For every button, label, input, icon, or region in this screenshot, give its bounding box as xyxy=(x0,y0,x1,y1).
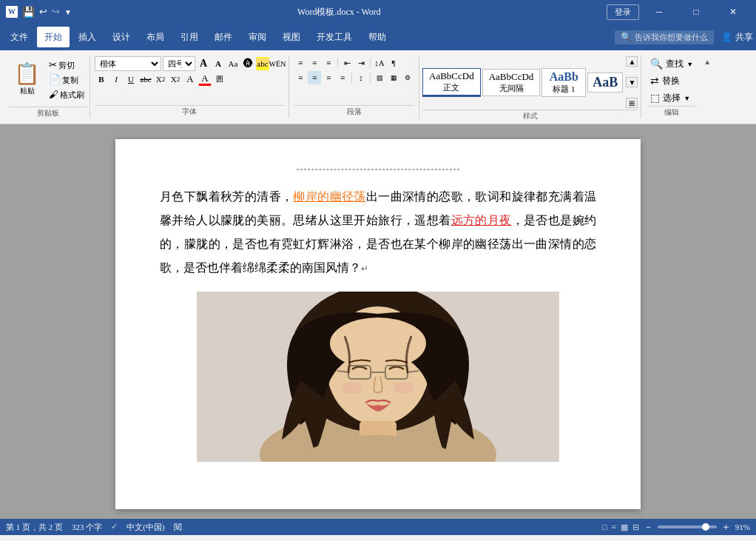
zoom-slider[interactable] xyxy=(658,525,717,528)
style-heading1-preview: AaBb xyxy=(548,70,579,84)
styles-scroll-up[interactable]: ▲ xyxy=(626,56,638,67)
justify-button[interactable]: ≡ xyxy=(336,71,349,84)
font-case-button[interactable]: Aa xyxy=(226,57,240,70)
menu-references[interactable]: 引用 xyxy=(173,27,206,47)
style-normal-button[interactable]: AaBbCcDd 正文 xyxy=(422,68,481,97)
font-shrink-button[interactable]: A xyxy=(212,57,225,70)
menu-insert[interactable]: 插入 xyxy=(71,27,104,47)
increase-indent-button[interactable]: ⇥ xyxy=(354,56,368,70)
redo-icon[interactable]: ↪ xyxy=(52,6,60,18)
find-button[interactable]: 🔍 查找 ▼ xyxy=(647,56,696,72)
language-info: 中文(中国) xyxy=(126,522,164,533)
menu-file[interactable]: 文件 xyxy=(3,27,36,47)
line-spacing-button[interactable]: ↕ xyxy=(354,71,368,84)
svg-point-4 xyxy=(330,317,426,369)
italic-button[interactable]: I xyxy=(109,73,123,86)
close-button[interactable]: ✕ xyxy=(716,0,750,24)
text-highlight1: 柳岸的幽径荡 xyxy=(293,190,365,203)
sort-button[interactable]: ↕A xyxy=(373,56,386,70)
document-text[interactable]: 月色下飘着秋芳的清香，柳岸的幽径荡出一曲深情的恋歌，歌词和旋律都充满着温馨并给人… xyxy=(160,185,596,280)
styles-scroll-down[interactable]: ▼ xyxy=(626,77,638,87)
svg-point-8 xyxy=(342,382,362,394)
undo-icon[interactable]: ↩ xyxy=(39,6,47,18)
replace-button[interactable]: ⇄ 替换 xyxy=(647,73,696,89)
ribbon-collapse-area: ▲ xyxy=(702,55,712,118)
menu-view[interactable]: 视图 xyxy=(275,27,308,47)
highlight-button[interactable]: abc xyxy=(256,57,269,70)
superscript-button[interactable]: X2 xyxy=(169,73,182,86)
restore-button[interactable]: □ xyxy=(679,0,713,24)
document-image xyxy=(197,292,559,462)
align-center-button[interactable]: ≡ xyxy=(308,71,321,84)
text-highlight-button[interactable]: A xyxy=(183,73,197,86)
copy-button[interactable]: 📄 复制 xyxy=(47,73,87,87)
bullets-button[interactable]: ≡ xyxy=(294,56,307,70)
menu-developer[interactable]: 开发工具 xyxy=(309,27,360,47)
editing-group-label: 编辑 xyxy=(647,106,696,118)
paste-label: 粘贴 xyxy=(20,86,35,96)
document-page[interactable]: 月色下飘着秋芳的清香，柳岸的幽径荡出一曲深情的恋歌，歌词和旋律都充满着温馨并给人… xyxy=(115,139,641,509)
font-color-button[interactable]: A xyxy=(198,73,212,86)
strikethrough-button[interactable]: abc xyxy=(139,73,152,86)
menu-layout[interactable]: 布局 xyxy=(139,27,172,47)
replace-label: 替换 xyxy=(662,75,680,87)
share-button[interactable]: 👤 共享 xyxy=(721,31,753,44)
show-marks-button[interactable]: ¶ xyxy=(387,56,400,70)
select-button[interactable]: ⬚ 选择 ▼ xyxy=(647,90,696,106)
styles-expand[interactable]: ⊞ xyxy=(626,98,638,108)
cursor-symbol: ↵ xyxy=(361,263,368,274)
font-grow-button[interactable]: A xyxy=(197,57,210,70)
zoom-out-icon[interactable]: － xyxy=(644,520,653,534)
cut-icon: ✂ xyxy=(49,59,57,71)
border-button[interactable]: ▦ xyxy=(387,71,400,84)
bold-button[interactable]: B xyxy=(95,73,108,86)
quick-access-dropdown[interactable]: ▼ xyxy=(64,8,72,16)
para-settings-button[interactable]: ⚙ xyxy=(401,71,414,84)
view-read-btn[interactable]: ▦ xyxy=(621,522,628,532)
zoom-in-icon[interactable]: ＋ xyxy=(721,520,731,534)
font-effects-button[interactable]: 囲 xyxy=(213,73,226,86)
menu-review[interactable]: 审阅 xyxy=(241,27,274,47)
font-name-select[interactable]: 楷体 xyxy=(95,56,161,71)
menu-help[interactable]: 帮助 xyxy=(361,27,394,47)
wubi-button[interactable]: WÉN xyxy=(271,57,284,70)
numbering-button[interactable]: ≡ xyxy=(308,56,321,70)
menu-mailings[interactable]: 邮件 xyxy=(207,27,240,47)
para-divider4 xyxy=(370,73,371,83)
page-info: 第 1 页，共 2 页 xyxy=(6,522,63,533)
view-outline-btn[interactable]: ⊟ xyxy=(632,522,639,532)
zoom-slider-thumb[interactable] xyxy=(702,523,709,531)
cut-button[interactable]: ✂ 剪切 xyxy=(47,58,87,72)
decrease-indent-button[interactable]: ⇤ xyxy=(340,56,354,70)
shading-button[interactable]: ▨ xyxy=(373,71,386,84)
ribbon-collapse-button[interactable]: ▲ xyxy=(703,58,711,66)
status-icon: ✓ xyxy=(111,522,118,533)
align-right-button[interactable]: ≡ xyxy=(322,71,335,84)
search-label[interactable]: 告诉我你想要做什么 xyxy=(635,32,708,43)
title-bar-right: 登录 ─ □ ✕ xyxy=(607,0,750,24)
view-web-btn[interactable]: ≡ xyxy=(612,522,616,531)
menu-design[interactable]: 设计 xyxy=(105,27,138,47)
style-more-button[interactable]: AaB xyxy=(587,73,623,93)
style-normal-preview: AaBbCcDd xyxy=(429,70,474,82)
subscript-button[interactable]: X2 xyxy=(154,73,167,86)
paragraph-group-label: 段落 xyxy=(294,105,414,117)
minimize-button[interactable]: ─ xyxy=(642,0,676,24)
underline-button[interactable]: U xyxy=(124,73,138,86)
style-normal-label: 正文 xyxy=(429,82,474,93)
clear-format-button[interactable]: 🅐 xyxy=(241,57,254,70)
login-button[interactable]: 登录 xyxy=(607,4,639,20)
font-size-select[interactable]: 四号 xyxy=(163,56,195,71)
paste-icon: 📋 xyxy=(14,64,40,84)
save-icon[interactable]: 💾 xyxy=(22,6,35,19)
style-no-spacing-button[interactable]: AaBbCcDd 无间隔 xyxy=(482,69,541,96)
multilevel-button[interactable]: ≡ xyxy=(322,56,335,70)
view-print-btn[interactable]: □ xyxy=(602,522,607,531)
align-left-button[interactable]: ≡ xyxy=(294,71,307,84)
format-painter-button[interactable]: 🖌 格式刷 xyxy=(47,88,87,101)
zoom-level[interactable]: 91% xyxy=(735,522,750,531)
style-heading1-button[interactable]: AaBb 标题 1 xyxy=(541,68,586,97)
menu-home[interactable]: 开始 xyxy=(37,27,70,47)
para-divider2 xyxy=(370,58,371,68)
paste-button[interactable]: 📋 粘贴 xyxy=(9,55,45,105)
